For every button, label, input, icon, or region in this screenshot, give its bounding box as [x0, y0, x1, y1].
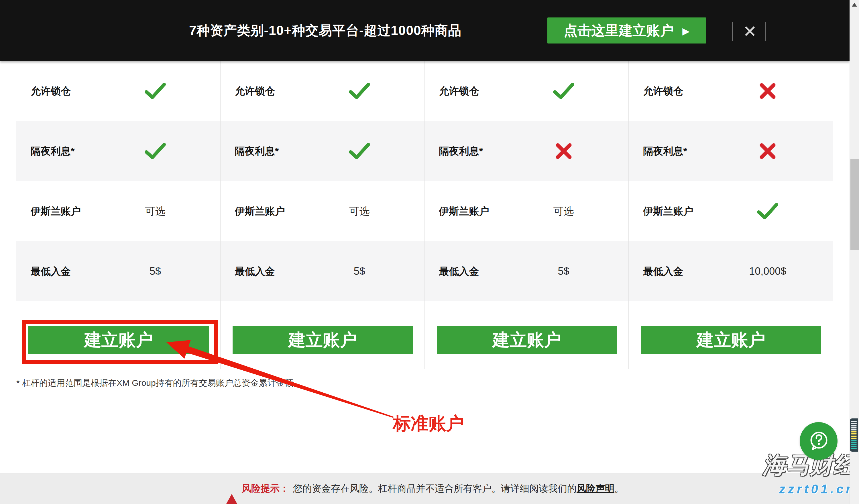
check-icon [145, 83, 166, 99]
row-value: 可选 [519, 204, 608, 218]
row-value [315, 83, 404, 99]
create-account-button-3[interactable]: 建立账户 [437, 326, 617, 354]
scrollbar-thumb[interactable] [850, 159, 859, 250]
table-row: 允许锁仓 [221, 61, 424, 121]
arrow-right-icon: ▶ [682, 26, 690, 36]
row-value: 5$ [111, 265, 200, 277]
annotation-label: 标准账户 [393, 412, 464, 436]
row-label: 隔夜利息* [643, 144, 723, 158]
help-chat-button[interactable] [800, 422, 838, 460]
close-icon: ✕ [743, 22, 757, 41]
row-value [519, 83, 608, 99]
table-row: 隔夜利息* [425, 121, 629, 181]
cross-icon [759, 143, 776, 159]
table-row: 最低入金 5$ [221, 241, 424, 301]
check-icon [349, 83, 370, 99]
button-row: 建立账户 [221, 301, 424, 369]
create-account-button-4[interactable]: 建立账户 [641, 326, 821, 354]
check-icon [757, 203, 778, 220]
top-banner: 7种资产类别-10+种交易平台-超过1000种商品 点击这里建立账户 ▶ ✕ [0, 0, 849, 61]
table-row: 隔夜利息* [16, 121, 220, 181]
account-column-3: 允许锁仓 隔夜利息* 伊斯兰账户 可选 最低入金 5$ 建立账户 [425, 61, 629, 369]
check-icon [145, 143, 166, 159]
minimap-stripe [851, 431, 857, 432]
minimap-stripe [851, 446, 857, 447]
leverage-footnote: * 杠杆的适用范围是根据在XM Group持有的所有交易账户总资金累计金额。 [16, 377, 302, 389]
create-account-button-standard[interactable]: 建立账户 [28, 326, 209, 354]
cross-icon [759, 83, 776, 99]
table-row: 隔夜利息* [221, 121, 424, 181]
check-icon [349, 143, 370, 159]
row-value [519, 143, 608, 159]
row-label: 允许锁仓 [439, 84, 519, 98]
row-value [315, 143, 404, 159]
watermark-domain: zzrt01.cn [779, 482, 856, 496]
row-value: 10,000$ [723, 265, 812, 277]
button-row: 建立账户 [16, 301, 220, 369]
minimap-stripe [851, 438, 857, 439]
minimap-stripe [851, 433, 857, 435]
row-value [111, 83, 200, 99]
check-icon [553, 83, 574, 99]
minimap-stripe [851, 444, 857, 445]
minimap-stripe [851, 442, 857, 443]
account-comparison-table: 允许锁仓 隔夜利息* 伊斯兰账户 可选 最低入金 5$ 建立账户 允许锁仓 隔夜… [16, 61, 833, 369]
minimap-stripe [851, 429, 857, 430]
cross-icon [555, 143, 572, 159]
row-value [723, 143, 812, 159]
row-value [723, 83, 812, 99]
row-value: 可选 [111, 204, 200, 218]
table-row: 伊斯兰账户 [629, 181, 833, 241]
table-row: 最低入金 5$ [425, 241, 629, 301]
row-label: 隔夜利息* [31, 144, 111, 158]
row-label: 伊斯兰账户 [439, 205, 519, 218]
table-row: 伊斯兰账户 可选 [221, 181, 424, 241]
row-label: 伊斯兰账户 [235, 205, 315, 218]
create-account-button-2[interactable]: 建立账户 [232, 326, 413, 354]
row-value [723, 203, 812, 220]
risk-disclaimer-bar: ! 风险提示： 您的资金存在风险。杠杆商品并不适合所有客户。请详细阅读我们的风险… [0, 473, 849, 504]
row-label: 允许锁仓 [31, 84, 111, 98]
row-value [111, 143, 200, 159]
table-row: 伊斯兰账户 可选 [425, 181, 629, 241]
banner-cta-label: 点击这里建立账户 [564, 21, 674, 40]
minimap-stripe [851, 421, 857, 422]
warning-icon: ! [226, 483, 238, 494]
row-label: 最低入金 [643, 265, 723, 278]
button-row: 建立账户 [425, 301, 629, 369]
minimap-stripe [851, 423, 857, 424]
risk-statement-link[interactable]: 风险声明 [576, 483, 614, 494]
question-bubble-icon [808, 430, 830, 452]
divider [765, 22, 766, 41]
row-value: 5$ [315, 265, 404, 277]
row-label: 隔夜利息* [439, 144, 519, 158]
table-row: 允许锁仓 [425, 61, 629, 121]
table-row: 伊斯兰账户 可选 [16, 181, 220, 241]
table-row: 允许锁仓 [629, 61, 833, 121]
row-label: 伊斯兰账户 [31, 205, 111, 218]
minimap-stripe [851, 440, 857, 441]
row-value: 可选 [315, 204, 404, 218]
row-label: 允许锁仓 [643, 84, 723, 98]
risk-body: 您的资金存在风险。杠杆商品并不适合所有客户。请详细阅读我们的风险声明。 [293, 482, 624, 495]
row-label: 允许锁仓 [235, 84, 315, 98]
scroll-minimap-widget[interactable] [850, 419, 858, 452]
table-row: 最低入金 10,000$ [629, 241, 833, 301]
row-label: 最低入金 [235, 265, 315, 278]
risk-title: 风险提示： [242, 482, 289, 495]
minimap-stripe [851, 436, 857, 437]
table-row: 隔夜利息* [629, 121, 833, 181]
minimap-stripe [851, 448, 857, 449]
row-value: 5$ [519, 265, 608, 277]
banner-create-account-button[interactable]: 点击这里建立账户 ▶ [547, 17, 706, 44]
account-column-4: 允许锁仓 隔夜利息* 伊斯兰账户 最低入金 10,000$ 建立账户 [629, 61, 833, 369]
scrollbar-up-arrow-icon[interactable] [852, 3, 857, 6]
row-label: 最低入金 [31, 265, 111, 278]
button-row: 建立账户 [629, 301, 833, 369]
row-label: 伊斯兰账户 [643, 205, 723, 218]
minimap-stripe [851, 427, 857, 428]
close-banner-button[interactable]: ✕ [737, 20, 763, 43]
divider [732, 22, 733, 41]
minimap-stripe [851, 425, 857, 426]
table-row: 允许锁仓 [16, 61, 220, 121]
